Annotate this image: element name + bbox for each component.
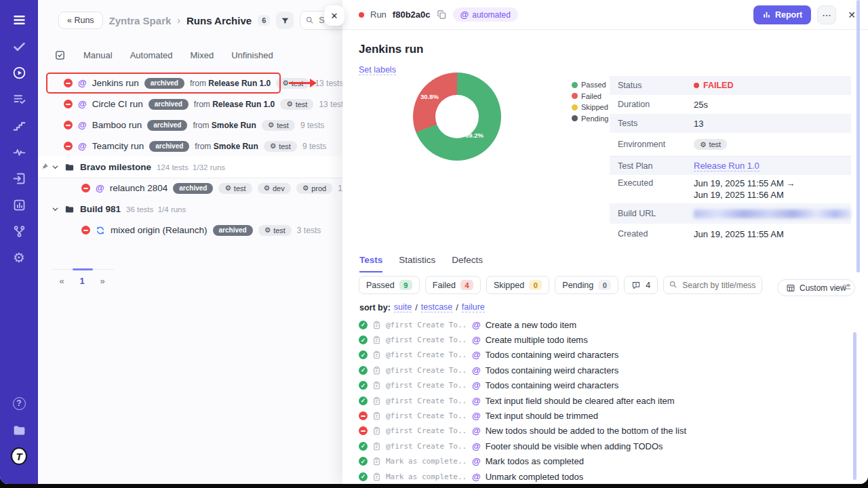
automated-test-icon: @ xyxy=(472,320,481,330)
clipboard-icon xyxy=(372,350,381,359)
reports-icon[interactable] xyxy=(11,197,27,213)
tab-tests[interactable]: Tests xyxy=(359,255,382,272)
test-row[interactable]: @first Create To... @ Todos containing w… xyxy=(359,363,856,378)
menu-icon[interactable] xyxy=(11,12,27,28)
view-settings-icon[interactable] xyxy=(842,282,852,295)
branches-icon[interactable] xyxy=(11,223,27,239)
folder-row-bravo-milestone[interactable]: Bravo milestone 124 tests 1/32 runs xyxy=(38,157,342,178)
test-status-icon xyxy=(359,321,368,329)
test-status-icon xyxy=(359,336,368,344)
pagination-page-1[interactable]: 1 xyxy=(72,270,92,291)
test-suite-label: @first Create To... xyxy=(386,381,467,390)
clipboard-icon xyxy=(372,366,381,375)
projects-folder-icon[interactable] xyxy=(11,422,27,438)
automated-run-icon: @ xyxy=(78,120,87,130)
comments-filter-button[interactable]: 4 xyxy=(624,276,658,294)
detail-close-icon[interactable]: ✕ xyxy=(848,9,856,20)
runs-play-icon[interactable] xyxy=(11,64,27,81)
pulse-icon[interactable] xyxy=(11,144,27,160)
sort-by-testcase-link[interactable]: testcase xyxy=(421,302,453,312)
gear-icon: ⚙ xyxy=(700,141,706,148)
legend-passed: Passed xyxy=(572,81,608,89)
runs-filter-tabs: Manual Automated Mixed Unfinished xyxy=(54,49,342,61)
run-row-mixed-origin[interactable]: mixed origin (Relaunch) archived ⚙test 3… xyxy=(38,220,342,241)
tab-manual[interactable]: Manual xyxy=(83,50,113,60)
gear-icon: ⚙ xyxy=(268,121,274,129)
filter-button[interactable] xyxy=(276,12,294,29)
pagination-next[interactable]: » xyxy=(92,270,113,291)
build-url-redacted[interactable] xyxy=(694,209,851,218)
failed-status-icon xyxy=(81,226,90,235)
panel-scrollbar[interactable] xyxy=(856,0,860,272)
filter-pending-button[interactable]: Pending 0 xyxy=(555,276,618,294)
test-plans-icon[interactable] xyxy=(11,91,27,107)
back-to-runs-button[interactable]: « Runs xyxy=(58,12,103,29)
test-row[interactable]: @first Create To... @ Todos containing w… xyxy=(359,348,856,363)
test-row[interactable]: @first Create To... @ Text input should … xyxy=(359,408,856,423)
set-labels-link[interactable]: Set labels xyxy=(359,65,396,75)
settings-gear-icon[interactable]: ⚙ xyxy=(11,249,27,266)
info-row-created: Created Jun 19, 2025 11:55 AM xyxy=(610,224,851,244)
tests-search-input[interactable] xyxy=(663,276,762,294)
legend-dot xyxy=(572,93,578,99)
skipped-count-badge: 0 xyxy=(529,280,542,290)
sort-by-suite-link[interactable]: suite xyxy=(394,302,412,312)
runs-panel-close-button[interactable]: ✕ xyxy=(324,5,344,26)
sidebar: ⚙ ? T xyxy=(0,0,38,484)
filter-skipped-button[interactable]: Skipped 0 xyxy=(486,276,549,294)
clipboard-icon xyxy=(372,457,381,466)
test-row[interactable]: @first Create To... @ Todos containing w… xyxy=(359,378,856,393)
test-plan-link[interactable]: Release Run 1.0 xyxy=(694,161,760,171)
help-icon[interactable]: ? xyxy=(11,395,27,411)
legend-dot xyxy=(572,104,578,110)
test-title: Todos containing weird characters xyxy=(486,365,619,375)
folder-row-build-981[interactable]: Build 981 36 tests 1/4 runs xyxy=(38,199,342,220)
test-row[interactable]: Mark as complete... @ Unmark completed t… xyxy=(359,469,856,484)
archived-badge: archived xyxy=(213,225,253,236)
pagination-prev[interactable]: « xyxy=(52,270,72,291)
run-row-circleci[interactable]: @ Circle CI run archived from Release Ru… xyxy=(38,94,342,115)
filter-failed-button[interactable]: Failed 4 xyxy=(425,276,481,294)
test-row[interactable]: @first Create To... @ Text input field s… xyxy=(359,393,856,408)
run-from: from Release Run 1.0 xyxy=(190,79,271,88)
run-row-teamcity[interactable]: @ Teamcity run archived from Smoke Run ⚙… xyxy=(38,136,342,157)
test-row[interactable]: @first Create To... @ Create multiple to… xyxy=(359,332,856,347)
test-row[interactable]: Mark as complete... @ Mark todos as comp… xyxy=(359,454,856,469)
tab-mixed[interactable]: Mixed xyxy=(191,50,214,60)
test-row[interactable]: @first Create To... @ Footer should be v… xyxy=(359,439,856,453)
more-options-button[interactable]: ⋯ xyxy=(817,5,836,24)
test-status-icon xyxy=(359,366,368,375)
tab-automated[interactable]: Automated xyxy=(130,50,173,60)
run-row-jenkins[interactable]: @ Jenkins run archived from Release Run … xyxy=(38,73,342,94)
automated-run-icon: @ xyxy=(78,78,87,88)
report-button[interactable]: Report xyxy=(753,5,811,24)
chevron-down-icon[interactable] xyxy=(52,163,59,171)
comment-icon xyxy=(631,281,641,290)
logo-icon[interactable]: T xyxy=(11,448,27,464)
test-row[interactable]: @first Create To... @ New todos should b… xyxy=(359,424,856,439)
legend-skipped: Skipped xyxy=(572,103,608,111)
tab-unfinished[interactable]: Unfinished xyxy=(231,50,273,60)
tests-scrollbar[interactable] xyxy=(853,332,856,480)
test-row[interactable]: @first Create To... @ Create a new todo … xyxy=(359,317,856,332)
legend-failed: Failed xyxy=(572,92,608,100)
sort-by-failure-link[interactable]: failure xyxy=(462,302,485,312)
filter-passed-button[interactable]: Passed 9 xyxy=(359,276,420,294)
gear-icon: ⚙ xyxy=(286,100,292,108)
tests-count: 15 tests xyxy=(338,184,342,193)
steps-icon[interactable] xyxy=(11,117,27,134)
tests-check-icon[interactable] xyxy=(11,38,27,54)
chevron-down-icon[interactable] xyxy=(52,205,59,213)
copy-icon[interactable] xyxy=(437,9,447,20)
select-runs-icon[interactable] xyxy=(54,49,66,61)
import-icon[interactable] xyxy=(11,170,27,186)
test-filters: Passed 9 Failed 4 Skipped 0 Pending 0 4 xyxy=(359,276,762,294)
tab-statistics[interactable]: Statistics xyxy=(399,255,435,272)
tab-defects[interactable]: Defects xyxy=(452,255,483,272)
run-row-relaunch-2804[interactable]: @ relaunch 2804 archived ⚙test ⚙dev ⚙pro… xyxy=(38,178,342,199)
automated-test-icon: @ xyxy=(472,350,481,360)
gear-icon: ⚙ xyxy=(270,142,276,150)
run-row-bamboo[interactable]: @ Bamboo run archived from Smoke Run ⚙te… xyxy=(38,115,342,136)
failed-dot-icon xyxy=(359,12,364,18)
breadcrumb-project[interactable]: Zyntra Spark xyxy=(109,15,172,26)
